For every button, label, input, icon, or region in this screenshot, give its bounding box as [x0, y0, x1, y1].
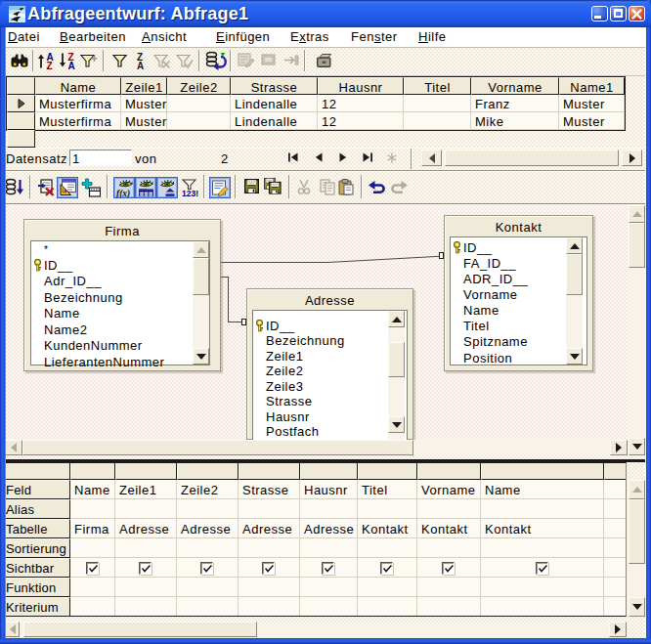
svg-text:f(x): f(x)	[116, 189, 130, 198]
svg-text:123!: 123!	[182, 189, 198, 197]
svg-text:Z: Z	[47, 61, 53, 69]
svg-text:A: A	[68, 61, 75, 69]
svg-text:A: A	[137, 61, 144, 69]
